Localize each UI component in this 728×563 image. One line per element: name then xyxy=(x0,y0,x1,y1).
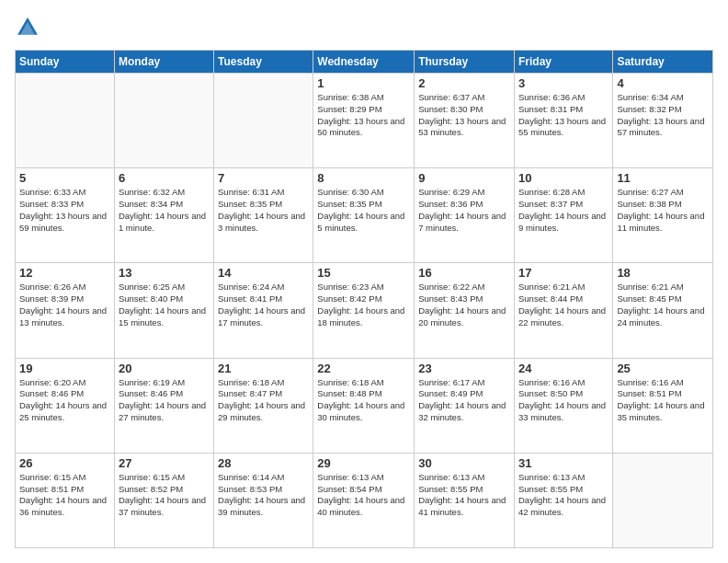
day-number: 25 xyxy=(617,362,709,375)
calendar-cell: 12Sunrise: 6:26 AM Sunset: 8:39 PM Dayli… xyxy=(16,263,115,358)
day-number: 29 xyxy=(317,456,410,470)
day-info: Sunrise: 6:30 AM Sunset: 8:35 PM Dayligh… xyxy=(317,187,410,234)
logo xyxy=(15,15,44,40)
day-info: Sunrise: 6:20 AM Sunset: 8:46 PM Dayligh… xyxy=(19,377,110,424)
day-number: 18 xyxy=(617,266,709,280)
calendar-cell: 7Sunrise: 6:31 AM Sunset: 8:35 PM Daylig… xyxy=(214,168,313,263)
calendar-week-row: 26Sunrise: 6:15 AM Sunset: 8:51 PM Dayli… xyxy=(16,453,713,547)
day-of-week-header: Saturday xyxy=(613,51,713,74)
day-info: Sunrise: 6:21 AM Sunset: 8:44 PM Dayligh… xyxy=(518,282,609,328)
day-number: 14 xyxy=(218,266,309,280)
day-info: Sunrise: 6:32 AM Sunset: 8:34 PM Dayligh… xyxy=(119,187,210,234)
calendar-cell xyxy=(214,74,313,168)
calendar-cell: 13Sunrise: 6:25 AM Sunset: 8:40 PM Dayli… xyxy=(114,263,213,358)
calendar-cell: 15Sunrise: 6:23 AM Sunset: 8:42 PM Dayli… xyxy=(313,263,415,358)
day-number: 5 xyxy=(19,171,110,185)
day-info: Sunrise: 6:13 AM Sunset: 8:55 PM Dayligh… xyxy=(518,472,609,519)
calendar-cell: 28Sunrise: 6:14 AM Sunset: 8:53 PM Dayli… xyxy=(214,453,313,547)
calendar-cell: 11Sunrise: 6:27 AM Sunset: 8:38 PM Dayli… xyxy=(613,168,713,263)
day-of-week-header: Thursday xyxy=(415,51,515,74)
day-info: Sunrise: 6:33 AM Sunset: 8:33 PM Dayligh… xyxy=(19,187,110,234)
day-info: Sunrise: 6:16 AM Sunset: 8:51 PM Dayligh… xyxy=(617,377,709,424)
day-number: 8 xyxy=(317,171,410,185)
day-info: Sunrise: 6:21 AM Sunset: 8:45 PM Dayligh… xyxy=(617,282,709,328)
day-info: Sunrise: 6:18 AM Sunset: 8:48 PM Dayligh… xyxy=(317,377,410,424)
calendar-cell: 9Sunrise: 6:29 AM Sunset: 8:36 PM Daylig… xyxy=(415,168,515,263)
day-info: Sunrise: 6:34 AM Sunset: 8:32 PM Dayligh… xyxy=(617,92,709,139)
day-info: Sunrise: 6:17 AM Sunset: 8:49 PM Dayligh… xyxy=(418,377,510,424)
day-number: 20 xyxy=(119,362,210,375)
day-info: Sunrise: 6:16 AM Sunset: 8:50 PM Dayligh… xyxy=(518,377,609,424)
calendar-cell: 14Sunrise: 6:24 AM Sunset: 8:41 PM Dayli… xyxy=(214,263,313,358)
calendar-cell xyxy=(114,74,213,168)
day-number: 12 xyxy=(19,266,110,280)
calendar-week-row: 5Sunrise: 6:33 AM Sunset: 8:33 PM Daylig… xyxy=(16,168,713,263)
day-number: 13 xyxy=(119,266,210,280)
calendar-cell: 21Sunrise: 6:18 AM Sunset: 8:47 PM Dayli… xyxy=(214,358,313,453)
calendar-cell: 24Sunrise: 6:16 AM Sunset: 8:50 PM Dayli… xyxy=(514,358,612,453)
day-number: 31 xyxy=(518,456,609,470)
day-number: 4 xyxy=(617,76,709,90)
day-info: Sunrise: 6:22 AM Sunset: 8:43 PM Dayligh… xyxy=(418,282,510,328)
calendar-cell: 6Sunrise: 6:32 AM Sunset: 8:34 PM Daylig… xyxy=(114,168,213,263)
day-info: Sunrise: 6:38 AM Sunset: 8:29 PM Dayligh… xyxy=(317,92,410,139)
logo-icon xyxy=(15,15,40,40)
calendar-cell: 4Sunrise: 6:34 AM Sunset: 8:32 PM Daylig… xyxy=(613,74,713,168)
calendar-cell: 16Sunrise: 6:22 AM Sunset: 8:43 PM Dayli… xyxy=(415,263,515,358)
day-info: Sunrise: 6:26 AM Sunset: 8:39 PM Dayligh… xyxy=(19,282,110,328)
page: SundayMondayTuesdayWednesdayThursdayFrid… xyxy=(0,0,728,563)
calendar-cell: 30Sunrise: 6:13 AM Sunset: 8:55 PM Dayli… xyxy=(415,453,515,547)
calendar-cell: 31Sunrise: 6:13 AM Sunset: 8:55 PM Dayli… xyxy=(514,453,612,547)
calendar-cell: 18Sunrise: 6:21 AM Sunset: 8:45 PM Dayli… xyxy=(613,263,713,358)
day-number: 6 xyxy=(119,171,210,185)
day-info: Sunrise: 6:18 AM Sunset: 8:47 PM Dayligh… xyxy=(218,377,309,424)
calendar-cell: 3Sunrise: 6:36 AM Sunset: 8:31 PM Daylig… xyxy=(514,74,612,168)
calendar-cell: 23Sunrise: 6:17 AM Sunset: 8:49 PM Dayli… xyxy=(415,358,515,453)
day-number: 7 xyxy=(218,171,309,185)
day-number: 30 xyxy=(418,456,510,470)
calendar-week-row: 12Sunrise: 6:26 AM Sunset: 8:39 PM Dayli… xyxy=(16,263,713,358)
header xyxy=(15,15,713,40)
day-info: Sunrise: 6:23 AM Sunset: 8:42 PM Dayligh… xyxy=(317,282,410,328)
day-info: Sunrise: 6:36 AM Sunset: 8:31 PM Dayligh… xyxy=(518,92,609,139)
day-number: 3 xyxy=(518,76,609,90)
calendar-cell xyxy=(16,74,115,168)
day-info: Sunrise: 6:14 AM Sunset: 8:53 PM Dayligh… xyxy=(218,472,309,519)
day-of-week-header: Wednesday xyxy=(313,51,415,74)
day-info: Sunrise: 6:24 AM Sunset: 8:41 PM Dayligh… xyxy=(218,282,309,328)
day-number: 22 xyxy=(317,362,410,375)
calendar-cell: 27Sunrise: 6:15 AM Sunset: 8:52 PM Dayli… xyxy=(114,453,213,547)
calendar-cell: 5Sunrise: 6:33 AM Sunset: 8:33 PM Daylig… xyxy=(16,168,115,263)
calendar-cell: 29Sunrise: 6:13 AM Sunset: 8:54 PM Dayli… xyxy=(313,453,415,547)
calendar-cell: 1Sunrise: 6:38 AM Sunset: 8:29 PM Daylig… xyxy=(313,74,415,168)
day-number: 17 xyxy=(518,266,609,280)
day-of-week-header: Monday xyxy=(114,51,213,74)
day-number: 23 xyxy=(418,362,510,375)
day-number: 10 xyxy=(518,171,609,185)
day-info: Sunrise: 6:31 AM Sunset: 8:35 PM Dayligh… xyxy=(218,187,309,234)
calendar-header-row: SundayMondayTuesdayWednesdayThursdayFrid… xyxy=(16,51,713,74)
day-info: Sunrise: 6:19 AM Sunset: 8:46 PM Dayligh… xyxy=(119,377,210,424)
day-info: Sunrise: 6:27 AM Sunset: 8:38 PM Dayligh… xyxy=(617,187,709,234)
day-number: 24 xyxy=(518,362,609,375)
calendar-cell: 25Sunrise: 6:16 AM Sunset: 8:51 PM Dayli… xyxy=(613,358,713,453)
day-of-week-header: Sunday xyxy=(16,51,115,74)
calendar-week-row: 1Sunrise: 6:38 AM Sunset: 8:29 PM Daylig… xyxy=(16,74,713,168)
day-of-week-header: Tuesday xyxy=(214,51,313,74)
day-number: 26 xyxy=(19,456,110,470)
calendar-cell: 8Sunrise: 6:30 AM Sunset: 8:35 PM Daylig… xyxy=(313,168,415,263)
day-info: Sunrise: 6:29 AM Sunset: 8:36 PM Dayligh… xyxy=(418,187,510,234)
day-number: 15 xyxy=(317,266,410,280)
day-number: 21 xyxy=(218,362,309,375)
day-info: Sunrise: 6:13 AM Sunset: 8:54 PM Dayligh… xyxy=(317,472,410,519)
day-info: Sunrise: 6:25 AM Sunset: 8:40 PM Dayligh… xyxy=(119,282,210,328)
calendar: SundayMondayTuesdayWednesdayThursdayFrid… xyxy=(15,50,713,548)
day-number: 19 xyxy=(19,362,110,375)
day-number: 2 xyxy=(418,76,510,90)
calendar-cell xyxy=(613,453,713,547)
calendar-cell: 20Sunrise: 6:19 AM Sunset: 8:46 PM Dayli… xyxy=(114,358,213,453)
calendar-week-row: 19Sunrise: 6:20 AM Sunset: 8:46 PM Dayli… xyxy=(16,358,713,453)
day-info: Sunrise: 6:15 AM Sunset: 8:51 PM Dayligh… xyxy=(19,472,110,519)
day-info: Sunrise: 6:28 AM Sunset: 8:37 PM Dayligh… xyxy=(518,187,609,234)
day-info: Sunrise: 6:15 AM Sunset: 8:52 PM Dayligh… xyxy=(119,472,210,519)
